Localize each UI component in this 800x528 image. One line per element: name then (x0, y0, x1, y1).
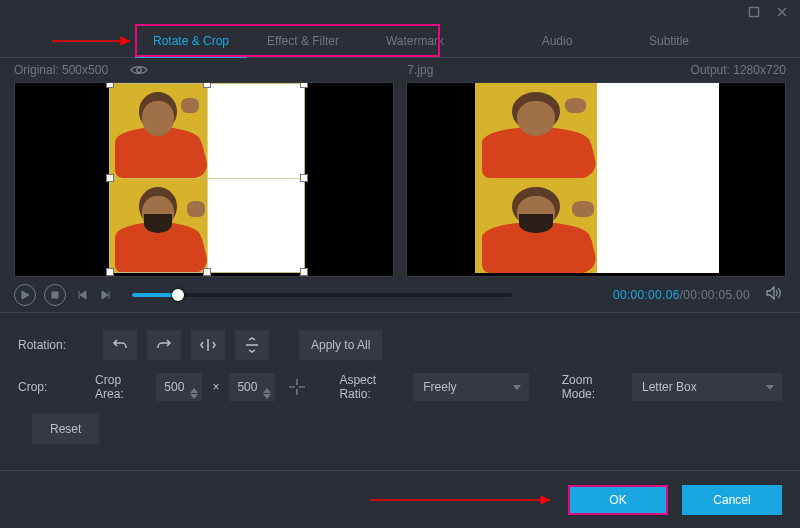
crop-center-icon[interactable] (285, 374, 308, 400)
chevron-down-icon (513, 385, 521, 390)
zoom-mode-select[interactable]: Letter Box (632, 373, 782, 401)
stepper-down-icon[interactable] (263, 388, 271, 393)
crop-handle-tl[interactable] (106, 82, 114, 88)
crop-handle-tr[interactable] (300, 82, 308, 88)
tab-effect-filter[interactable]: Effect & Filter (247, 24, 359, 57)
aspect-ratio-select[interactable]: Freely (413, 373, 529, 401)
tab-audio[interactable]: Audio (501, 24, 613, 57)
original-size-label: Original: 500x500 (14, 63, 108, 77)
svg-rect-0 (750, 8, 759, 17)
maximize-button[interactable] (744, 4, 764, 20)
stepper-down-icon[interactable] (190, 388, 198, 393)
dialog-footer: OK Cancel (0, 470, 800, 528)
stepper-up-icon[interactable] (263, 382, 271, 387)
crop-handle-ml[interactable] (106, 174, 114, 182)
time-total: 00:00:05.00 (683, 288, 750, 302)
chevron-down-icon (766, 385, 774, 390)
crop-handle-mr[interactable] (300, 174, 308, 182)
flip-horizontal-button[interactable] (191, 330, 225, 360)
play-button[interactable] (14, 284, 36, 306)
stepper-up-icon[interactable] (190, 382, 198, 387)
close-button[interactable] (772, 4, 792, 20)
ok-button[interactable]: OK (568, 485, 668, 515)
stop-button[interactable] (44, 284, 66, 306)
crop-x-label: × (212, 380, 219, 394)
crop-handle-br[interactable] (300, 268, 308, 276)
flip-vertical-button[interactable] (235, 330, 269, 360)
reset-button[interactable]: Reset (32, 414, 99, 444)
aspect-ratio-label: Aspect Ratio: (339, 373, 403, 401)
tab-label: Watermark (386, 34, 444, 48)
seek-slider[interactable] (132, 293, 512, 297)
playback-bar: 00:00:00.06/00:00:05.00 (0, 277, 800, 313)
apply-to-all-button[interactable]: Apply to All (299, 330, 382, 360)
tabs-bar: Rotate & Crop Effect & Filter Watermark … (0, 24, 800, 58)
crop-handle-tm[interactable] (203, 82, 211, 88)
time-current: 00:00:00.06 (613, 288, 680, 302)
tab-label: Subtitle (649, 34, 689, 48)
filename-label: 7.jpg (170, 63, 671, 77)
tab-label: Rotate & Crop (153, 34, 229, 48)
tab-label: Audio (542, 34, 573, 48)
seek-thumb[interactable] (172, 289, 184, 301)
svg-point-2 (137, 68, 142, 73)
output-size-label: Output: 1280x720 (691, 63, 786, 77)
original-preview[interactable] (14, 82, 394, 277)
crop-area-label: Crop Area: (95, 373, 146, 401)
crop-height-input[interactable]: 500 (229, 373, 275, 401)
svg-rect-3 (52, 292, 58, 298)
crop-selection[interactable] (109, 83, 305, 273)
cancel-button[interactable]: Cancel (682, 485, 782, 515)
preview-toggle-icon[interactable] (128, 64, 150, 76)
crop-label: Crop: (18, 380, 85, 394)
crop-width-input[interactable]: 500 (156, 373, 202, 401)
output-preview (406, 82, 786, 277)
preview-info-bar: Original: 500x500 7.jpg Output: 1280x720 (0, 58, 800, 82)
time-display: 00:00:00.06/00:00:05.00 (613, 288, 750, 302)
zoom-mode-label: Zoom Mode: (562, 373, 622, 401)
volume-icon[interactable] (766, 286, 786, 303)
rotation-label: Rotation: (18, 338, 93, 352)
prev-frame-button[interactable] (74, 284, 90, 306)
tab-watermark[interactable]: Watermark (359, 24, 471, 57)
crop-handle-bl[interactable] (106, 268, 114, 276)
tab-rotate-crop[interactable]: Rotate & Crop (135, 24, 247, 57)
titlebar (0, 0, 800, 24)
rotate-ccw-button[interactable] (103, 330, 137, 360)
crop-handle-bm[interactable] (203, 268, 211, 276)
rotate-cw-button[interactable] (147, 330, 181, 360)
controls-panel: Rotation: Apply to All Crop: Crop Area: … (0, 313, 800, 461)
editor-window: Rotate & Crop Effect & Filter Watermark … (0, 0, 800, 528)
preview-area (0, 82, 800, 277)
tab-label: Effect & Filter (267, 34, 339, 48)
tab-subtitle[interactable]: Subtitle (613, 24, 725, 57)
next-frame-button[interactable] (98, 284, 114, 306)
